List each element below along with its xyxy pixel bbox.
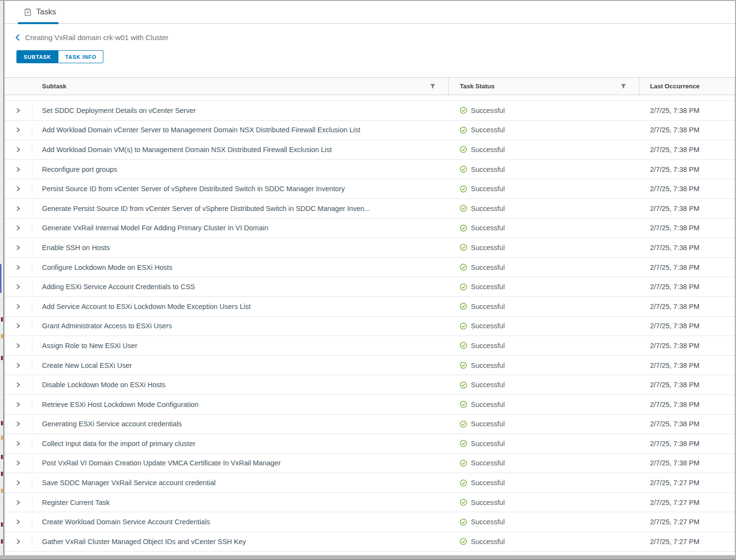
subtask-cell: Add Service Account to ESXi Lockdown Mod… (32, 303, 449, 310)
last-occurrence-cell: 2/7/25, 7:38 PM (639, 342, 735, 350)
last-occurrence-cell: 2/7/25, 7:38 PM (639, 362, 735, 369)
status-badge: Successful (471, 342, 505, 350)
success-check-icon (460, 283, 467, 291)
last-occurrence-cell: 2/7/25, 7:38 PM (639, 440, 735, 448)
row-expander[interactable] (4, 242, 32, 253)
status-cell: Successful (449, 420, 639, 428)
status-cell: Successful (449, 538, 639, 546)
subtask-cell: Enable SSH on Hosts (32, 244, 449, 252)
status-badge: Successful (471, 440, 505, 448)
success-check-icon (460, 479, 467, 487)
last-occurrence-cell: 2/7/25, 7:38 PM (639, 107, 735, 114)
status-badge: Successful (471, 224, 505, 232)
success-check-icon (460, 126, 467, 134)
row-expander[interactable] (4, 399, 32, 410)
last-occurrence-value: 2/7/25, 7:38 PM (650, 205, 699, 212)
row-expander[interactable] (4, 301, 32, 312)
row-expander[interactable] (4, 438, 32, 449)
row-expander[interactable] (4, 516, 32, 528)
row-expander[interactable] (4, 360, 32, 371)
last-occurrence-value: 2/7/25, 7:27 PM (650, 499, 699, 506)
active-tab-underline (18, 22, 58, 24)
table-row: Reconfigure port groups Successful 2/7/2… (4, 160, 735, 180)
table-row: Generate VxRail Internal Model For Addin… (4, 219, 735, 238)
row-expander[interactable] (4, 203, 32, 214)
last-occurrence-cell: 2/7/25, 7:38 PM (639, 224, 735, 232)
success-check-icon (460, 146, 467, 153)
last-occurrence-value: 2/7/25, 7:38 PM (650, 244, 699, 252)
last-occurrence-cell: 2/7/25, 7:27 PM (639, 479, 735, 487)
row-expander[interactable] (4, 418, 32, 430)
row-expander[interactable] (4, 281, 32, 293)
row-expander[interactable] (4, 222, 32, 234)
chevron-right-icon (15, 518, 21, 525)
row-expander[interactable] (4, 458, 32, 469)
chevron-right-icon (15, 381, 21, 388)
back-chevron-icon[interactable] (15, 34, 20, 41)
subtask-cell: Post VxRail VI Domain Creation Update VM… (32, 459, 449, 467)
status-cell: Successful (449, 401, 639, 408)
success-check-icon (460, 381, 467, 389)
row-expander[interactable] (4, 144, 32, 155)
last-occurrence-value: 2/7/25, 7:38 PM (650, 107, 699, 114)
breadcrumb[interactable]: Creating VxRail domain crk-w01 with Clus… (15, 33, 735, 42)
status-badge: Successful (471, 126, 505, 134)
table-header-row: Subtask Task Status Last Occurre (4, 77, 735, 95)
subtask-name: Reconfigure port groups (42, 166, 117, 173)
column-header-task-status[interactable]: Task Status (449, 78, 639, 95)
column-header-last-occurrence[interactable]: Last Occurrence (639, 78, 735, 95)
row-expander[interactable] (4, 477, 32, 489)
chevron-right-icon (15, 244, 21, 251)
task-status-filter-icon[interactable] (621, 84, 626, 89)
subtask-name: Set SDDC Deployment Details on vCenter S… (42, 107, 196, 114)
last-occurrence-value: 2/7/25, 7:38 PM (650, 146, 699, 154)
table-row: Add Workload Domain VM(s) to Management … (4, 140, 735, 160)
subtask-cell: Configure Lockdown Mode on ESXi Hosts (32, 264, 449, 271)
subtask-name: Configure Lockdown Mode on ESXi Hosts (42, 264, 172, 271)
row-expander[interactable] (4, 105, 32, 116)
row-expander[interactable] (4, 164, 32, 175)
status-cell: Successful (449, 146, 639, 154)
status-badge: Successful (471, 518, 505, 526)
last-occurrence-cell: 2/7/25, 7:38 PM (639, 401, 735, 408)
background-page-sliver (0, 1, 3, 560)
row-expander[interactable] (4, 497, 32, 508)
status-badge: Successful (471, 303, 505, 310)
chevron-right-icon (15, 401, 21, 408)
last-occurrence-cell: 2/7/25, 7:38 PM (639, 459, 735, 467)
row-expander[interactable] (4, 125, 32, 136)
status-cell: Successful (449, 479, 639, 487)
last-occurrence-cell: 2/7/25, 7:38 PM (639, 146, 735, 154)
status-cell: Successful (449, 283, 639, 291)
bottom-scrollbar-strip[interactable] (0, 555, 735, 560)
row-expander[interactable] (4, 320, 32, 332)
subtask-cell: Collect Input data for the import of pri… (32, 440, 449, 448)
column-header-subtask[interactable]: Subtask (4, 78, 449, 95)
task-info-button[interactable]: TASK INFO (58, 50, 103, 63)
last-occurrence-cell: 2/7/25, 7:38 PM (639, 322, 735, 330)
status-badge: Successful (471, 264, 505, 271)
last-occurrence-cell: 2/7/25, 7:38 PM (639, 126, 735, 134)
tab-tasks[interactable]: Tasks (18, 1, 62, 23)
chevron-right-icon (15, 205, 21, 212)
last-occurrence-value: 2/7/25, 7:38 PM (650, 322, 699, 330)
chevron-right-icon (15, 499, 21, 506)
subtask-button[interactable]: SUBTASK (16, 50, 58, 63)
row-expander[interactable] (4, 536, 32, 547)
row-expander[interactable] (4, 340, 32, 351)
success-check-icon (460, 322, 467, 330)
chevron-right-icon (15, 440, 21, 447)
status-badge: Successful (471, 283, 505, 291)
subtask-cell: Set SDDC Deployment Details on vCenter S… (32, 107, 449, 114)
last-occurrence-cell: 2/7/25, 7:38 PM (639, 381, 735, 389)
row-expander[interactable] (4, 183, 32, 195)
status-badge: Successful (471, 381, 505, 389)
top-tab-bar: Tasks (4, 1, 735, 24)
subtask-filter-icon[interactable] (430, 84, 436, 89)
chevron-right-icon (15, 322, 21, 329)
success-check-icon (460, 401, 467, 408)
subtask-cell: Retrieve ESXi Host Lockdown Mode Configu… (32, 401, 449, 408)
row-expander[interactable] (4, 262, 32, 273)
row-expander[interactable] (4, 379, 32, 391)
last-occurrence-cell: 2/7/25, 7:38 PM (639, 185, 735, 193)
